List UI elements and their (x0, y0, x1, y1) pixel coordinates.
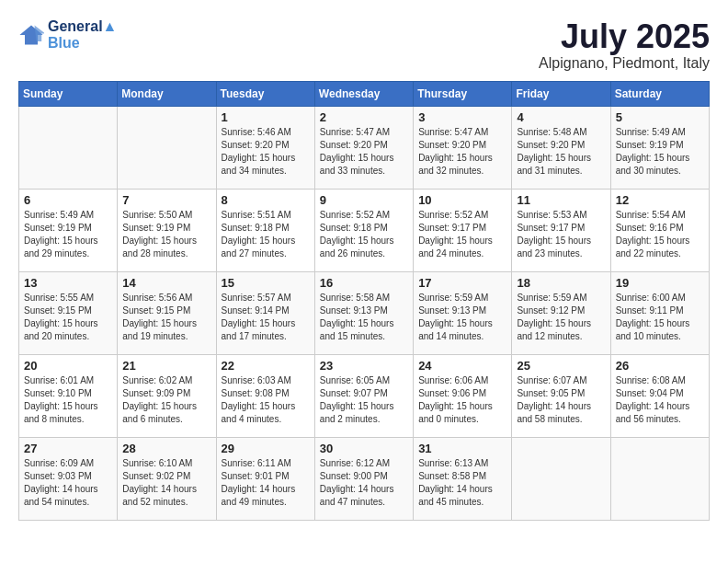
calendar-day-cell (118, 106, 216, 189)
day-number: 15 (222, 276, 310, 290)
calendar-day-cell: 5Sunrise: 5:49 AM Sunset: 9:19 PM Daylig… (610, 106, 709, 189)
weekday-header: Friday (512, 81, 610, 106)
logo-text: General▲ Blue (48, 18, 117, 52)
month-title: July 2025 (539, 18, 710, 55)
calendar-day-cell (19, 106, 118, 189)
calendar-day-cell: 28Sunrise: 6:10 AM Sunset: 9:02 PM Dayli… (118, 437, 216, 520)
day-info: Sunrise: 6:02 AM Sunset: 9:09 PM Dayligh… (122, 374, 210, 426)
logo-icon (18, 22, 44, 48)
day-info: Sunrise: 5:46 AM Sunset: 9:20 PM Dayligh… (222, 126, 310, 178)
day-info: Sunrise: 5:56 AM Sunset: 9:15 PM Dayligh… (122, 292, 210, 343)
day-number: 10 (418, 193, 506, 207)
day-number: 8 (222, 193, 310, 207)
day-info: Sunrise: 6:10 AM Sunset: 9:02 PM Dayligh… (122, 457, 210, 509)
calendar-day-cell: 9Sunrise: 5:52 AM Sunset: 9:18 PM Daylig… (314, 189, 413, 271)
weekday-header: Sunday (19, 81, 118, 106)
calendar-day-cell (512, 437, 610, 520)
weekday-header: Saturday (610, 81, 709, 106)
day-number: 22 (222, 359, 310, 373)
day-number: 26 (616, 359, 704, 373)
page-header: General▲ Blue July 2025 Alpignano, Piedm… (18, 18, 710, 72)
day-info: Sunrise: 5:52 AM Sunset: 9:18 PM Dayligh… (320, 209, 408, 260)
calendar-week-row: 6Sunrise: 5:49 AM Sunset: 9:19 PM Daylig… (19, 189, 710, 271)
calendar-day-cell: 13Sunrise: 5:55 AM Sunset: 9:15 PM Dayli… (19, 271, 118, 354)
day-number: 12 (616, 193, 704, 207)
day-number: 23 (320, 359, 408, 373)
weekday-header: Monday (118, 81, 216, 106)
day-number: 14 (122, 276, 210, 290)
day-number: 31 (418, 442, 506, 455)
day-info: Sunrise: 5:50 AM Sunset: 9:19 PM Dayligh… (122, 209, 210, 260)
day-number: 9 (320, 193, 408, 207)
day-number: 4 (517, 110, 605, 124)
calendar-day-cell: 29Sunrise: 6:11 AM Sunset: 9:01 PM Dayli… (216, 437, 314, 520)
weekday-header: Wednesday (314, 81, 413, 106)
calendar-day-cell: 26Sunrise: 6:08 AM Sunset: 9:04 PM Dayli… (610, 354, 709, 437)
calendar-day-cell: 15Sunrise: 5:57 AM Sunset: 9:14 PM Dayli… (216, 271, 314, 354)
day-info: Sunrise: 6:09 AM Sunset: 9:03 PM Dayligh… (24, 457, 112, 509)
calendar-day-cell: 18Sunrise: 5:59 AM Sunset: 9:12 PM Dayli… (512, 271, 610, 354)
calendar-day-cell: 6Sunrise: 5:49 AM Sunset: 9:19 PM Daylig… (19, 189, 118, 271)
day-info: Sunrise: 5:51 AM Sunset: 9:18 PM Dayligh… (222, 209, 310, 260)
day-info: Sunrise: 6:08 AM Sunset: 9:04 PM Dayligh… (616, 374, 704, 426)
day-number: 16 (320, 276, 408, 290)
calendar-day-cell: 20Sunrise: 6:01 AM Sunset: 9:10 PM Dayli… (19, 354, 118, 437)
location: Alpignano, Piedmont, Italy (539, 55, 710, 72)
calendar-day-cell: 17Sunrise: 5:59 AM Sunset: 9:13 PM Dayli… (414, 271, 512, 354)
calendar-week-row: 1Sunrise: 5:46 AM Sunset: 9:20 PM Daylig… (19, 106, 710, 189)
calendar-day-cell (610, 437, 709, 520)
calendar-day-cell: 23Sunrise: 6:05 AM Sunset: 9:07 PM Dayli… (314, 354, 413, 437)
calendar-day-cell: 30Sunrise: 6:12 AM Sunset: 9:00 PM Dayli… (314, 437, 413, 520)
day-number: 20 (24, 359, 112, 373)
calendar-day-cell: 12Sunrise: 5:54 AM Sunset: 9:16 PM Dayli… (610, 189, 709, 271)
calendar-day-cell: 14Sunrise: 5:56 AM Sunset: 9:15 PM Dayli… (118, 271, 216, 354)
day-info: Sunrise: 5:55 AM Sunset: 9:15 PM Dayligh… (24, 292, 112, 343)
day-number: 21 (122, 359, 210, 373)
title-section: July 2025 Alpignano, Piedmont, Italy (539, 18, 710, 72)
calendar-day-cell: 31Sunrise: 6:13 AM Sunset: 8:58 PM Dayli… (414, 437, 512, 520)
calendar-day-cell: 22Sunrise: 6:03 AM Sunset: 9:08 PM Dayli… (216, 354, 314, 437)
calendar-day-cell: 2Sunrise: 5:47 AM Sunset: 9:20 PM Daylig… (314, 106, 413, 189)
day-number: 24 (418, 359, 506, 373)
day-number: 11 (517, 193, 605, 207)
day-number: 18 (517, 276, 605, 290)
day-info: Sunrise: 5:52 AM Sunset: 9:17 PM Dayligh… (418, 209, 506, 260)
logo: General▲ Blue (18, 18, 117, 52)
day-number: 3 (418, 110, 506, 124)
day-info: Sunrise: 5:57 AM Sunset: 9:14 PM Dayligh… (222, 292, 310, 343)
day-number: 7 (122, 193, 210, 207)
calendar-day-cell: 3Sunrise: 5:47 AM Sunset: 9:20 PM Daylig… (414, 106, 512, 189)
day-info: Sunrise: 6:12 AM Sunset: 9:00 PM Dayligh… (320, 457, 408, 509)
calendar-day-cell: 8Sunrise: 5:51 AM Sunset: 9:18 PM Daylig… (216, 189, 314, 271)
calendar-header-row: SundayMondayTuesdayWednesdayThursdayFrid… (19, 81, 710, 106)
calendar-day-cell: 19Sunrise: 6:00 AM Sunset: 9:11 PM Dayli… (610, 271, 709, 354)
day-info: Sunrise: 5:47 AM Sunset: 9:20 PM Dayligh… (418, 126, 506, 178)
day-info: Sunrise: 5:54 AM Sunset: 9:16 PM Dayligh… (616, 209, 704, 260)
day-number: 25 (517, 359, 605, 373)
day-info: Sunrise: 6:06 AM Sunset: 9:06 PM Dayligh… (418, 374, 506, 426)
day-info: Sunrise: 5:49 AM Sunset: 9:19 PM Dayligh… (24, 209, 112, 260)
calendar-week-row: 20Sunrise: 6:01 AM Sunset: 9:10 PM Dayli… (19, 354, 710, 437)
day-info: Sunrise: 6:00 AM Sunset: 9:11 PM Dayligh… (616, 292, 704, 343)
day-number: 5 (616, 110, 704, 124)
calendar-week-row: 27Sunrise: 6:09 AM Sunset: 9:03 PM Dayli… (19, 437, 710, 520)
day-number: 30 (320, 442, 408, 455)
calendar-day-cell: 7Sunrise: 5:50 AM Sunset: 9:19 PM Daylig… (118, 189, 216, 271)
calendar-day-cell: 16Sunrise: 5:58 AM Sunset: 9:13 PM Dayli… (314, 271, 413, 354)
calendar-day-cell: 11Sunrise: 5:53 AM Sunset: 9:17 PM Dayli… (512, 189, 610, 271)
day-number: 29 (222, 442, 310, 455)
calendar-day-cell: 21Sunrise: 6:02 AM Sunset: 9:09 PM Dayli… (118, 354, 216, 437)
day-number: 13 (24, 276, 112, 290)
day-info: Sunrise: 5:47 AM Sunset: 9:20 PM Dayligh… (320, 126, 408, 178)
day-info: Sunrise: 5:58 AM Sunset: 9:13 PM Dayligh… (320, 292, 408, 343)
day-number: 19 (616, 276, 704, 290)
calendar-day-cell: 27Sunrise: 6:09 AM Sunset: 9:03 PM Dayli… (19, 437, 118, 520)
calendar-day-cell: 24Sunrise: 6:06 AM Sunset: 9:06 PM Dayli… (414, 354, 512, 437)
calendar-week-row: 13Sunrise: 5:55 AM Sunset: 9:15 PM Dayli… (19, 271, 710, 354)
calendar-day-cell: 1Sunrise: 5:46 AM Sunset: 9:20 PM Daylig… (216, 106, 314, 189)
day-info: Sunrise: 5:53 AM Sunset: 9:17 PM Dayligh… (517, 209, 605, 260)
day-info: Sunrise: 6:13 AM Sunset: 8:58 PM Dayligh… (418, 457, 506, 509)
calendar-table: SundayMondayTuesdayWednesdayThursdayFrid… (18, 81, 710, 521)
day-number: 6 (24, 193, 112, 207)
calendar-day-cell: 4Sunrise: 5:48 AM Sunset: 9:20 PM Daylig… (512, 106, 610, 189)
